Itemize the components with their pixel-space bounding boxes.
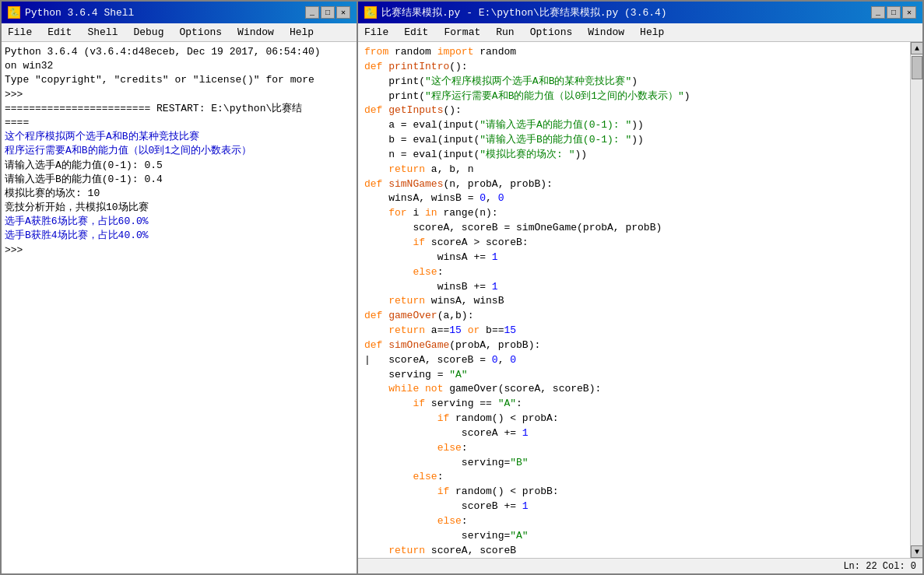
scroll-up-button[interactable]: ▲ — [911, 42, 922, 54]
shell-icon: 🐍 — [8, 6, 20, 19]
editor-menu-format[interactable]: Format — [441, 26, 483, 38]
shell-menu-window[interactable]: Window — [234, 26, 277, 38]
editor-menu-options[interactable]: Options — [527, 26, 576, 38]
editor-menu-edit[interactable]: Edit — [401, 26, 431, 38]
editor-menu-window[interactable]: Window — [585, 26, 627, 38]
shell-menu-debug[interactable]: Debug — [130, 26, 167, 38]
editor-title: 比赛结果模拟.py - E:\python\比赛结果模拟.py (3.6.4) — [381, 5, 667, 19]
shell-menu-help[interactable]: Help — [286, 26, 317, 38]
shell-titlebar: 🐍 Python 3.6.4 Shell _ □ ✕ — [2, 2, 357, 23]
shell-menu-file[interactable]: File — [5, 26, 35, 38]
editor-window-controls: _ □ ✕ — [871, 6, 916, 19]
editor-menu-run[interactable]: Run — [493, 26, 517, 38]
editor-code[interactable]: from random import random def printIntro… — [358, 42, 910, 558]
editor-title-left: 🐍 比赛结果模拟.py - E:\python\比赛结果模拟.py (3.6.4… — [364, 5, 667, 19]
shell-window: 🐍 Python 3.6.4 Shell _ □ ✕ File Edit She… — [0, 0, 358, 575]
editor-titlebar: 🐍 比赛结果模拟.py - E:\python\比赛结果模拟.py (3.6.4… — [358, 2, 922, 23]
editor-close-button[interactable]: ✕ — [902, 6, 916, 19]
shell-menu-shell[interactable]: Shell — [84, 26, 121, 38]
shell-menu-edit[interactable]: Edit — [44, 26, 75, 38]
editor-scrollbar[interactable]: ▲ ▼ — [910, 42, 922, 558]
editor-statusbar: Ln: 22 Col: 0 — [358, 558, 922, 573]
shell-window-controls: _ □ ✕ — [305, 6, 350, 19]
scroll-thumb[interactable] — [912, 56, 922, 79]
shell-maximize-button[interactable]: □ — [321, 6, 335, 19]
shell-minimize-button[interactable]: _ — [305, 6, 319, 19]
editor-maximize-button[interactable]: □ — [887, 6, 901, 19]
shell-title-left: 🐍 Python 3.6.4 Shell — [8, 6, 134, 19]
shell-output[interactable]: Python 3.6.4 (v3.6.4:d48eceb, Dec 19 201… — [2, 42, 357, 573]
shell-menubar: File Edit Shell Debug Options Window Hel… — [2, 23, 357, 42]
editor-window: 🐍 比赛结果模拟.py - E:\python\比赛结果模拟.py (3.6.4… — [358, 0, 924, 575]
shell-title: Python 3.6.4 Shell — [25, 7, 134, 19]
status-text: Ln: 22 Col: 0 — [843, 561, 916, 572]
scroll-track[interactable] — [911, 54, 922, 545]
editor-menu-file[interactable]: File — [361, 26, 392, 38]
scroll-down-button[interactable]: ▼ — [911, 545, 922, 558]
editor-icon: 🐍 — [364, 6, 377, 19]
shell-menu-options[interactable]: Options — [176, 26, 225, 38]
editor-minimize-button[interactable]: _ — [871, 6, 885, 19]
editor-menubar: File Edit Format Run Options Window Help — [358, 23, 922, 42]
editor-scroll-area: from random import random def printIntro… — [358, 42, 922, 558]
shell-close-button[interactable]: ✕ — [336, 6, 350, 19]
editor-menu-help[interactable]: Help — [637, 26, 667, 38]
